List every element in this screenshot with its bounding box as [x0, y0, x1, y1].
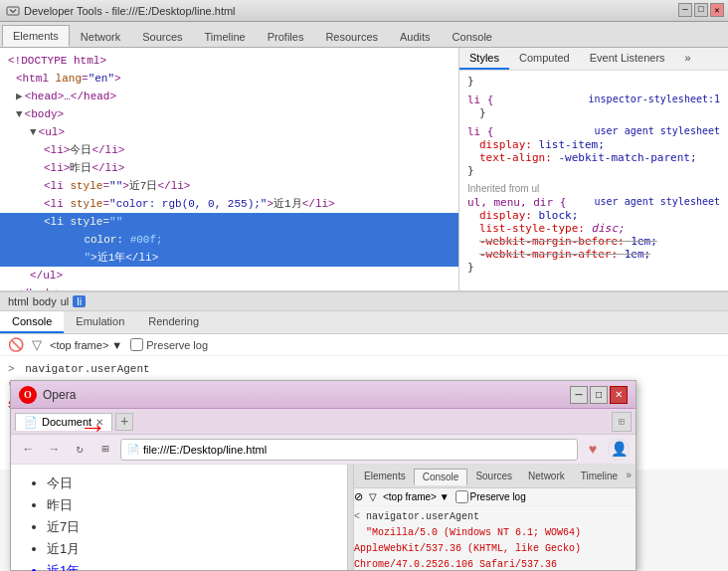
tab-computed[interactable]: Computed — [509, 48, 580, 70]
html-line: <!DOCTYPE html> — [0, 52, 458, 70]
svg-rect-0 — [7, 7, 19, 15]
list-item-1: 昨日 — [47, 494, 331, 516]
breadcrumb-ul[interactable]: ul — [61, 295, 70, 307]
html-line: </ul> — [0, 267, 458, 285]
tab-rendering[interactable]: Rendering — [136, 311, 211, 333]
tab-network[interactable]: Network — [70, 25, 131, 47]
opera-maximize-button[interactable]: □ — [590, 386, 608, 404]
svg-line-1 — [10, 9, 13, 12]
mini-tab-console[interactable]: Console — [414, 469, 468, 485]
tab-more[interactable]: » — [675, 48, 701, 70]
style-rule-li-agent: li { user agent stylesheet display: list… — [467, 125, 720, 177]
opera-window-controls: ─ □ ✕ — [570, 386, 628, 404]
mini-result-text: "Mozilla/5.0 (Windows NT 6.1; WOW64) App… — [354, 527, 581, 570]
breadcrumb-body[interactable]: body — [33, 295, 57, 307]
html-line: ▼<ul> — [0, 123, 458, 141]
opera-title: Opera — [43, 388, 570, 402]
opera-forward-button[interactable]: → — [43, 439, 65, 461]
filter-icon[interactable]: ▽ — [32, 337, 42, 352]
opera-window: O Opera ─ □ ✕ 📄 Document ✕ + ⊞ ← → ↻ ⊞ 📄… — [10, 380, 637, 571]
styles-tab-bar: Styles Computed Event Listeners » — [459, 48, 728, 71]
style-inherited-label: Inherited from ul — [467, 183, 720, 194]
console-input-text: navigator.userAgent — [25, 363, 149, 375]
html-line: <html lang="en"> — [0, 70, 458, 88]
list-item-3: 近1月 — [47, 538, 331, 560]
opera-minimize-button[interactable]: ─ — [570, 386, 588, 404]
opera-address-bar[interactable]: 📄 file:///E:/Desktop/line.html — [120, 439, 578, 461]
mini-prompt: < — [354, 511, 360, 522]
opera-tab-stack-button[interactable]: ⊞ — [612, 412, 632, 432]
html-line: <li style="color: rgb(0, 0, 255);">近1月</… — [0, 195, 458, 213]
tab-styles[interactable]: Styles — [459, 48, 509, 70]
opera-close-button[interactable]: ✕ — [610, 386, 628, 404]
opera-account-button[interactable]: 👤 — [608, 439, 630, 461]
style-rule-ul: ul, menu, dir { user agent stylesheet di… — [467, 196, 720, 274]
tab-event-listeners[interactable]: Event Listeners — [580, 48, 675, 70]
html-line-selected: color: #00f; — [0, 231, 458, 249]
opera-titlebar: O Opera ─ □ ✕ — [11, 381, 636, 409]
preserve-log-checkbox[interactable] — [130, 338, 143, 351]
html-line: </body> — [0, 285, 458, 290]
frame-selector[interactable]: <top frame> ▼ — [50, 339, 122, 351]
devtools-main-area: <!DOCTYPE html> <html lang="en"> ▶<head>… — [0, 48, 728, 291]
devtools-resize-handle[interactable] — [348, 465, 354, 570]
opera-navbar: ← → ↻ ⊞ 📄 file:///E:/Desktop/line.html ♥… — [11, 435, 636, 465]
opera-bookmark-button[interactable]: ♥ — [582, 439, 604, 461]
mini-tab-more[interactable]: » — [626, 471, 636, 481]
mini-preserve-label[interactable]: Preserve log — [455, 490, 526, 503]
address-file-icon: 📄 — [127, 444, 139, 455]
html-line-selected: ">近1年</li> — [0, 249, 458, 267]
tab-sources[interactable]: Sources — [131, 25, 193, 47]
mini-tab-timeline[interactable]: Timeline — [573, 469, 626, 483]
opera-mini-devtools: Elements Console Sources Network Timelin… — [347, 465, 636, 570]
mini-tab-network[interactable]: Network — [520, 469, 573, 483]
window-title: Developer Tools - file:///E:/Desktop/lin… — [24, 5, 722, 17]
html-line: <li style="">近7日</li> — [0, 177, 458, 195]
red-arrow-indicator: ← — [85, 413, 101, 444]
console-tab-bar: Console Emulation Rendering — [0, 311, 728, 334]
devtools-icon — [6, 4, 20, 18]
console-prompt: > — [8, 363, 15, 375]
window-controls: ─ □ ✕ — [678, 3, 724, 17]
mini-tab-sources[interactable]: Sources — [467, 469, 520, 483]
mini-input-text: navigator.userAgent — [366, 511, 479, 522]
html-line-selected: <li style="" — [0, 213, 458, 231]
html-panel[interactable]: <!DOCTYPE html> <html lang="en"> ▶<head>… — [0, 48, 459, 290]
list-item-0: 今日 — [47, 473, 331, 494]
svg-line-2 — [13, 9, 16, 12]
title-bar: Developer Tools - file:///E:/Desktop/lin… — [0, 0, 728, 22]
preserve-log-label[interactable]: Preserve log — [130, 338, 208, 351]
mini-preserve-checkbox[interactable] — [455, 490, 468, 503]
tab-emulation[interactable]: Emulation — [64, 311, 136, 333]
opera-page: 今日 昨日 近7日 近1月 近1年 — [11, 465, 347, 570]
html-line: <li>昨日</li> — [0, 159, 458, 177]
close-button[interactable]: ✕ — [710, 3, 724, 17]
html-line: <li>今日</li> — [0, 141, 458, 159]
mini-tab-elements[interactable]: Elements — [356, 469, 414, 483]
mini-frame-selector[interactable]: <top frame> ▼ — [383, 491, 450, 502]
mini-filter-icon[interactable]: ▽ — [369, 491, 377, 502]
mini-clear-icon[interactable]: ⊘ — [354, 490, 363, 503]
opera-back-button[interactable]: ← — [17, 439, 39, 461]
tab-elements[interactable]: Elements — [2, 25, 70, 47]
clear-console-icon[interactable]: 🚫 — [8, 337, 24, 352]
tab-timeline[interactable]: Timeline — [194, 25, 257, 47]
opera-tabs-bar: 📄 Document ✕ + ⊞ — [11, 409, 636, 435]
breadcrumb: html body ul li — [0, 291, 728, 310]
opera-new-tab-button[interactable]: + — [115, 413, 133, 431]
tab-resources[interactable]: Resources — [314, 25, 389, 47]
minimize-button[interactable]: ─ — [678, 3, 692, 17]
breadcrumb-li-active[interactable]: li — [73, 295, 86, 307]
style-rule: } — [467, 75, 720, 88]
tab-console-bottom[interactable]: Console — [0, 311, 64, 333]
opera-tab-icon: 📄 — [24, 416, 38, 429]
tab-audits[interactable]: Audits — [389, 25, 442, 47]
breadcrumb-html[interactable]: html — [8, 295, 29, 307]
styles-panel[interactable]: Styles Computed Event Listeners » } li {… — [459, 48, 728, 290]
maximize-button[interactable]: □ — [694, 3, 708, 17]
mini-devtools-tab-bar: Elements Console Sources Network Timelin… — [348, 465, 636, 488]
tab-console[interactable]: Console — [442, 25, 503, 47]
console-line: > navigator.userAgent — [8, 360, 720, 378]
html-line: ▶<head>…</head> — [0, 88, 458, 105]
tab-profiles[interactable]: Profiles — [257, 25, 315, 47]
